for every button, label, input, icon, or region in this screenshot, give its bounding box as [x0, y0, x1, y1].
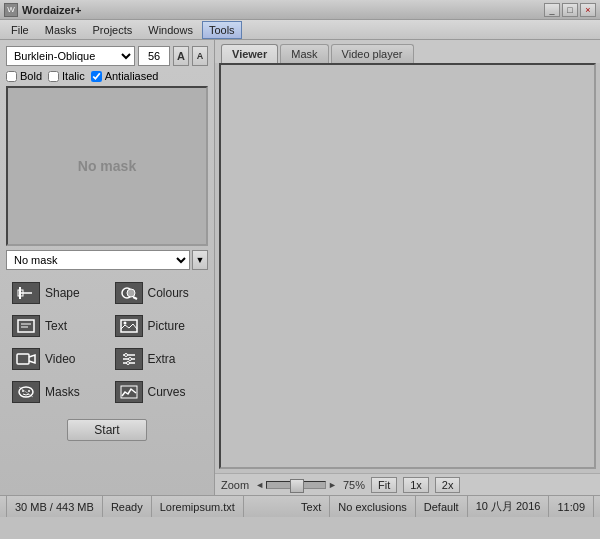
tool-masks[interactable]: Masks — [6, 377, 106, 407]
mask-preview: No mask — [6, 86, 208, 246]
mask-dropdown-row: No mask ▼ — [6, 250, 208, 270]
zoom-slider-container: ◄ ► — [255, 480, 337, 490]
status-default: Default — [416, 496, 468, 517]
tab-bar: Viewer Mask Video player — [215, 40, 600, 63]
menu-tools[interactable]: Tools — [202, 21, 242, 39]
tool-video[interactable]: Video — [6, 344, 106, 374]
close-button[interactable]: × — [580, 3, 596, 17]
mask-preview-text: No mask — [78, 158, 136, 174]
status-file: Loremipsum.txt — [152, 496, 244, 517]
zoom-percent: 75% — [343, 479, 365, 491]
tool-grid: Shape Colours — [6, 274, 208, 411]
bold-checkbox-label[interactable]: Bold — [6, 70, 42, 82]
italic-label: Italic — [62, 70, 85, 82]
font-size-input[interactable] — [138, 46, 170, 66]
picture-icon — [115, 315, 143, 337]
svg-line-5 — [133, 297, 137, 299]
tool-text[interactable]: Text — [6, 311, 106, 341]
title-bar: W Wordaizer+ _ □ × — [0, 0, 600, 20]
font-size-decrease-button[interactable]: A — [192, 46, 208, 66]
svg-rect-11 — [17, 354, 29, 364]
app-title: Wordaizer+ — [22, 4, 81, 16]
font-row: Burklein-Oblique A A — [6, 46, 208, 66]
style-row: Bold Italic Antialiased — [6, 70, 208, 82]
shape-label: Shape — [45, 286, 80, 300]
zoom-right-arrow[interactable]: ► — [328, 480, 337, 490]
shape-icon — [12, 282, 40, 304]
status-bar: 30 MB / 443 MB Ready Loremipsum.txt Text… — [0, 495, 600, 517]
app-icon: W — [4, 3, 18, 17]
italic-checkbox-label[interactable]: Italic — [48, 70, 85, 82]
tool-extra[interactable]: Extra — [109, 344, 209, 374]
extra-label: Extra — [148, 352, 176, 366]
colours-label: Colours — [148, 286, 189, 300]
mask-dropdown-button[interactable]: ▼ — [192, 250, 208, 270]
mask-select[interactable]: No mask — [6, 250, 190, 270]
tab-video-player[interactable]: Video player — [331, 44, 414, 63]
antialiased-label: Antialiased — [105, 70, 159, 82]
video-icon — [12, 348, 40, 370]
curves-icon — [115, 381, 143, 403]
zoom-1x-button[interactable]: 1x — [403, 477, 429, 493]
svg-point-16 — [128, 358, 131, 361]
antialiased-checkbox[interactable] — [91, 71, 102, 82]
zoom-2x-button[interactable]: 2x — [435, 477, 461, 493]
left-panel: Burklein-Oblique A A Bold Italic Antiali… — [0, 40, 215, 495]
zoom-slider-track[interactable] — [266, 481, 326, 489]
curves-label: Curves — [148, 385, 186, 399]
bold-checkbox[interactable] — [6, 71, 17, 82]
status-ready: Ready — [103, 496, 152, 517]
svg-point-10 — [123, 322, 126, 325]
colours-icon — [115, 282, 143, 304]
zoom-left-arrow[interactable]: ◄ — [255, 480, 264, 490]
bottom-controls: Zoom ◄ ► 75% Fit 1x 2x — [215, 473, 600, 495]
start-button-row: Start — [6, 415, 208, 445]
main-layout: Burklein-Oblique A A Bold Italic Antiali… — [0, 40, 600, 495]
menu-projects[interactable]: Projects — [86, 21, 140, 39]
antialiased-checkbox-label[interactable]: Antialiased — [91, 70, 159, 82]
maximize-button[interactable]: □ — [562, 3, 578, 17]
video-label: Video — [45, 352, 75, 366]
masks-label: Masks — [45, 385, 80, 399]
tool-curves[interactable]: Curves — [109, 377, 209, 407]
tool-shape[interactable]: Shape — [6, 278, 106, 308]
svg-point-15 — [124, 354, 127, 357]
window-controls: _ □ × — [544, 3, 596, 17]
zoom-label: Zoom — [221, 479, 249, 491]
status-exclusions: No exclusions — [330, 496, 415, 517]
zoom-slider-thumb[interactable] — [290, 479, 304, 493]
svg-point-20 — [28, 390, 30, 392]
tool-colours[interactable]: Colours — [109, 278, 209, 308]
right-panel: Viewer Mask Video player Zoom ◄ ► 75% Fi… — [215, 40, 600, 495]
masks-icon — [12, 381, 40, 403]
status-time: 11:09 — [549, 496, 594, 517]
fit-button[interactable]: Fit — [371, 477, 397, 493]
svg-rect-6 — [18, 320, 34, 332]
svg-point-17 — [126, 362, 129, 365]
font-select[interactable]: Burklein-Oblique — [6, 46, 135, 66]
menu-file[interactable]: File — [4, 21, 36, 39]
start-button[interactable]: Start — [67, 419, 147, 441]
menu-windows[interactable]: Windows — [141, 21, 200, 39]
status-type: Text — [293, 496, 330, 517]
status-memory: 30 MB / 443 MB — [6, 496, 103, 517]
menu-masks[interactable]: Masks — [38, 21, 84, 39]
tool-picture[interactable]: Picture — [109, 311, 209, 341]
tab-mask[interactable]: Mask — [280, 44, 328, 63]
extra-icon — [115, 348, 143, 370]
tab-viewer[interactable]: Viewer — [221, 44, 278, 63]
svg-point-4 — [127, 289, 135, 297]
picture-label: Picture — [148, 319, 185, 333]
font-size-increase-button[interactable]: A — [173, 46, 189, 66]
italic-checkbox[interactable] — [48, 71, 59, 82]
minimize-button[interactable]: _ — [544, 3, 560, 17]
text-label: Text — [45, 319, 67, 333]
viewer-area — [219, 63, 596, 469]
bold-label: Bold — [20, 70, 42, 82]
menu-bar: File Masks Projects Windows Tools — [0, 20, 600, 40]
status-date: 10 八月 2016 — [468, 496, 550, 517]
text-icon — [12, 315, 40, 337]
